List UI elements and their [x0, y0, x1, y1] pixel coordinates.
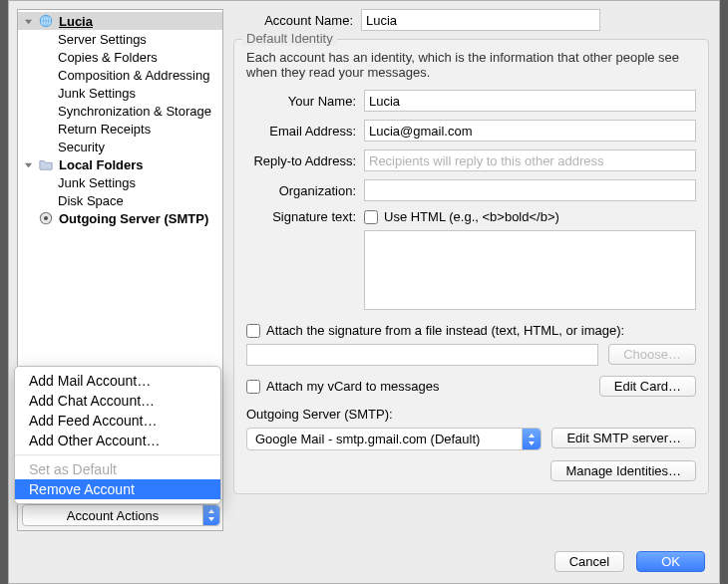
menu-set-default: Set as Default: [15, 459, 220, 479]
tree-account-label: Lucia: [59, 14, 93, 29]
menu-add-chat-account[interactable]: Add Chat Account…: [15, 391, 220, 411]
disclosure-down-icon: [24, 160, 33, 169]
use-html-label: Use HTML (e.g., <b>bold</b>): [384, 209, 559, 224]
folder-icon: [39, 157, 53, 171]
outgoing-server-label: Outgoing Server (SMTP):: [246, 407, 696, 422]
section-description: Each account has an identity, which is t…: [246, 50, 696, 80]
smtp-icon: [39, 211, 53, 225]
tree-item-local-junk[interactable]: Junk Settings: [18, 173, 222, 191]
organization-label: Organization:: [246, 183, 364, 198]
email-label: Email Address:: [246, 124, 364, 139]
reply-to-input[interactable]: [364, 149, 696, 171]
attach-file-label: Attach the signature from a file instead…: [266, 323, 624, 338]
tree-item-security[interactable]: Security: [18, 138, 222, 155]
tree-item-disk-space[interactable]: Disk Space: [18, 191, 222, 209]
tree-item-copies-folders[interactable]: Copies & Folders: [18, 48, 222, 66]
account-actions-dropdown[interactable]: Account Actions: [22, 504, 220, 526]
attach-file-checkbox[interactable]: [246, 324, 260, 338]
edit-smtp-button[interactable]: Edit SMTP server…: [551, 428, 696, 448]
menu-add-other-account[interactable]: Add Other Account…: [15, 431, 220, 450]
reply-to-label: Reply-to Address:: [246, 153, 364, 168]
menu-add-feed-account[interactable]: Add Feed Account…: [15, 411, 220, 431]
account-actions-menu: Add Mail Account… Add Chat Account… Add …: [14, 366, 221, 504]
select-arrows-icon: [522, 429, 541, 449]
menu-add-mail-account[interactable]: Add Mail Account…: [15, 371, 220, 391]
choose-button[interactable]: Choose…: [608, 344, 696, 365]
signature-text-label: Signature text:: [246, 209, 364, 224]
tree-local-label: Local Folders: [59, 157, 144, 172]
tree-item-composition[interactable]: Composition & Addressing: [18, 66, 222, 84]
account-name-label: Account Name:: [233, 13, 361, 28]
section-title: Default Identity: [242, 31, 337, 46]
email-input[interactable]: [364, 120, 696, 142]
svg-point-3: [44, 216, 48, 220]
accounts-sidebar: Lucia Server Settings Copies & Folders C…: [17, 9, 223, 531]
signature-textarea[interactable]: [364, 230, 696, 310]
dialog-footer: Cancel OK: [9, 539, 719, 583]
ok-button[interactable]: OK: [636, 551, 705, 572]
attach-vcard-label: Attach my vCard to messages: [266, 379, 599, 394]
tree-item-server-settings[interactable]: Server Settings: [18, 30, 222, 48]
organization-input[interactable]: [364, 179, 696, 201]
menu-separator: [15, 454, 220, 455]
manage-identities-button[interactable]: Manage Identities…: [550, 460, 696, 481]
attach-vcard-checkbox[interactable]: [246, 380, 260, 394]
your-name-label: Your Name:: [246, 94, 364, 109]
account-actions-label: Account Actions: [23, 508, 202, 523]
tree-outgoing-smtp[interactable]: Outgoing Server (SMTP): [18, 209, 222, 227]
account-name-input[interactable]: [361, 9, 600, 31]
account-settings-main: Account Name: Default Identity Each acco…: [227, 1, 719, 539]
outgoing-server-value: Google Mail - smtp.gmail.com (Default): [255, 432, 480, 446]
tree-item-sync-storage[interactable]: Synchronization & Storage: [18, 102, 222, 120]
disclosure-down-icon: [24, 17, 33, 26]
sidebar-footer: Account Actions Add Mail Account… Add Ch…: [18, 499, 222, 530]
tree-outgoing-label: Outgoing Server (SMTP): [59, 211, 208, 226]
default-identity-section: Default Identity Each account has an ide…: [233, 39, 709, 494]
account-settings-dialog: Lucia Server Settings Copies & Folders C…: [8, 0, 720, 584]
edit-card-button[interactable]: Edit Card…: [599, 376, 696, 397]
menu-remove-account[interactable]: Remove Account: [15, 479, 220, 499]
tree-account-lucia[interactable]: Lucia: [18, 12, 222, 30]
outgoing-server-select[interactable]: Google Mail - smtp.gmail.com (Default): [246, 428, 542, 450]
use-html-checkbox[interactable]: [364, 210, 378, 224]
globe-icon: [39, 14, 53, 28]
cancel-button[interactable]: Cancel: [554, 551, 624, 572]
tree-local-folders[interactable]: Local Folders: [18, 155, 222, 173]
tree-item-return-receipts[interactable]: Return Receipts: [18, 120, 222, 138]
dropdown-arrows-icon: [202, 505, 219, 525]
signature-file-input[interactable]: [246, 344, 598, 366]
your-name-input[interactable]: [364, 90, 696, 112]
tree-item-junk[interactable]: Junk Settings: [18, 84, 222, 102]
